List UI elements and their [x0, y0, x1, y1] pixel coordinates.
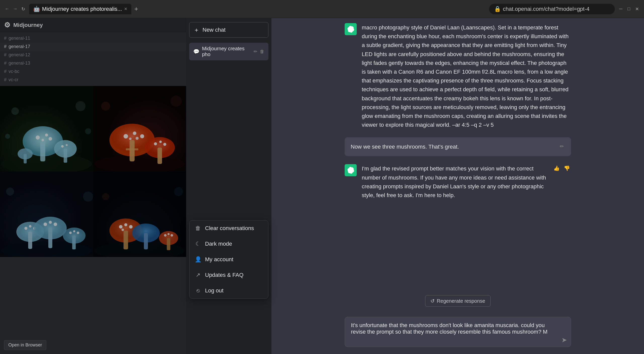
- clear-icon: 🗑: [194, 225, 202, 232]
- moon-icon: ☾: [194, 241, 202, 247]
- active-tab[interactable]: 🤖 Midjourney creates photorealis... ✕: [29, 4, 131, 14]
- edit-icon[interactable]: ✏: [254, 49, 257, 54]
- conversation-item[interactable]: 💬 Midjourney creates pho ✏ 🗑: [189, 43, 268, 60]
- message-content-2: I'm glad the revised prompt better match…: [362, 164, 547, 200]
- message-actions: ✏: [559, 142, 565, 150]
- thumbs-down-button[interactable]: 👎: [563, 164, 571, 172]
- delete-icon[interactable]: 🗑: [260, 49, 264, 54]
- updates-label: Updates & FAQ: [205, 272, 244, 278]
- my-account-item[interactable]: 👤 My account: [189, 252, 268, 267]
- regen-icon: ↺: [430, 298, 435, 304]
- minimize-button[interactable]: ─: [618, 6, 624, 12]
- regenerate-container: ↺ Regenerate response: [410, 295, 505, 313]
- lock-icon: 🔒: [494, 6, 501, 12]
- browser-chrome: ← → ↻ 🤖 Midjourney creates photorealis..…: [0, 0, 644, 18]
- user-message-content: Now we see three mushrooms. That's great…: [351, 142, 554, 151]
- message-row-assistant-2: I'm glad the revised prompt better match…: [345, 164, 571, 200]
- discord-panel: ⚙ Midjourney #general-11 #general-17 #ge…: [0, 18, 186, 354]
- chat-icon: 💬: [193, 49, 199, 55]
- message-block-assistant-1: macro photography style of Daniel Laan (…: [345, 23, 571, 129]
- conversation-title: Midjourney creates pho: [202, 46, 251, 57]
- clear-label: Clear conversations: [205, 225, 254, 232]
- logout-label: Log out: [205, 287, 223, 294]
- dark-mode-label: Dark mode: [205, 241, 232, 247]
- updates-faq-item[interactable]: ↗ Updates & FAQ: [189, 267, 268, 283]
- external-link-icon: ↗: [194, 272, 202, 278]
- chatgpt-main: macro photography style of Daniel Laan (…: [272, 18, 644, 354]
- logout-item[interactable]: ⎋ Log out: [189, 283, 268, 298]
- tab-close-button[interactable]: ✕: [124, 7, 127, 11]
- window-controls: ─ □ ✕: [618, 6, 640, 12]
- chat-messages-area: macro photography style of Daniel Laan (…: [272, 18, 644, 295]
- reload-button[interactable]: ↻: [20, 6, 26, 12]
- new-tab-button[interactable]: +: [132, 4, 140, 14]
- thumbs-up-button[interactable]: 👍: [552, 164, 561, 172]
- assistant-message-actions: 👍 👎: [552, 164, 571, 172]
- regen-label: Regenerate response: [437, 298, 485, 304]
- chat-input-area: ➤: [272, 313, 644, 354]
- address-bar[interactable]: 🔒 chat.openai.com/chat?model=gpt-4: [489, 4, 615, 14]
- tab-title: Midjourney creates photorealis...: [42, 6, 122, 12]
- sidebar-top: ＋ New chat: [186, 18, 271, 42]
- open-in-browser-button[interactable]: Open in Browser: [4, 340, 46, 350]
- close-button[interactable]: ✕: [634, 6, 640, 12]
- url-text: chat.openai.com/chat?model=gpt-4: [503, 6, 589, 12]
- assistant-avatar: [345, 23, 357, 35]
- message-row-user: Now we see three mushrooms. That's great…: [351, 142, 565, 151]
- regenerate-button[interactable]: ↺ Regenerate response: [425, 295, 490, 307]
- dropdown-overlay: 🗑 Clear conversations ☾ Dark mode 👤 My a…: [186, 18, 271, 354]
- message-content-1: macro photography style of Daniel Laan (…: [362, 23, 571, 129]
- chatgpt-sidebar: ＋ New chat 💬 Midjourney creates pho ✏ 🗑 …: [186, 18, 272, 354]
- forward-button[interactable]: →: [12, 6, 18, 12]
- tab-bar: 🤖 Midjourney creates photorealis... ✕ +: [29, 4, 486, 14]
- assistant-avatar-2: [345, 164, 357, 176]
- new-chat-icon: ＋: [193, 26, 199, 34]
- account-label: My account: [205, 256, 233, 263]
- logout-icon: ⎋: [194, 287, 202, 294]
- tab-favicon: 🤖: [33, 6, 40, 12]
- discord-overlay: [0, 18, 186, 354]
- back-button[interactable]: ←: [4, 6, 10, 12]
- clear-conversations-item[interactable]: 🗑 Clear conversations: [189, 220, 268, 236]
- send-button[interactable]: ➤: [561, 336, 567, 344]
- main-layout: ⚙ Midjourney #general-11 #general-17 #ge…: [0, 18, 644, 354]
- new-chat-button[interactable]: ＋ New chat: [189, 22, 268, 38]
- message-row: macro photography style of Daniel Laan (…: [345, 23, 571, 129]
- edit-message-button[interactable]: ✏: [559, 142, 565, 150]
- chat-input[interactable]: [345, 317, 571, 347]
- message-block-user: Now we see three mushrooms. That's great…: [345, 137, 571, 156]
- browser-nav-controls: ← → ↻: [4, 6, 26, 12]
- dropdown-menu: 🗑 Clear conversations ☾ Dark mode 👤 My a…: [189, 220, 268, 299]
- account-icon: 👤: [194, 256, 202, 263]
- message-block-assistant-2: I'm glad the revised prompt better match…: [345, 164, 571, 200]
- chat-input-container: ➤: [345, 317, 571, 348]
- maximize-button[interactable]: □: [626, 6, 632, 12]
- dark-mode-item[interactable]: ☾ Dark mode: [189, 236, 268, 252]
- new-chat-label: New chat: [203, 27, 226, 33]
